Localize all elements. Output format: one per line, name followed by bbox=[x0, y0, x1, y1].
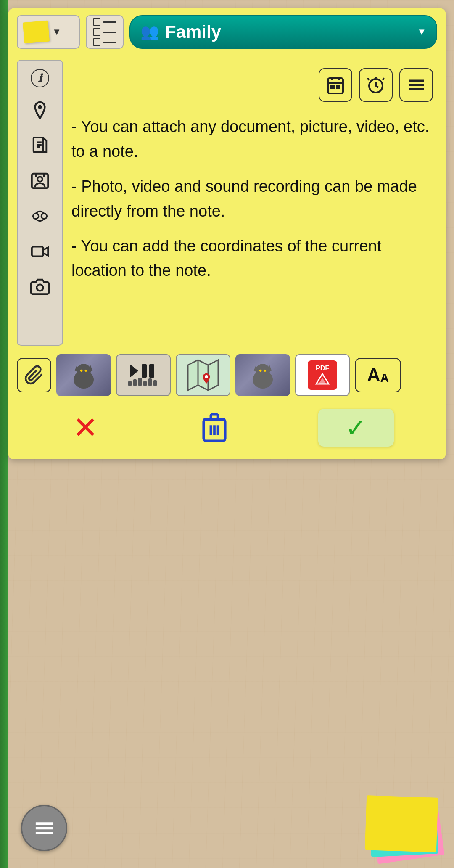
document-icon[interactable] bbox=[27, 133, 53, 158]
location-icon[interactable] bbox=[27, 98, 53, 123]
note-color-icon bbox=[23, 20, 50, 43]
note-color-button[interactable]: ▼ bbox=[17, 15, 80, 49]
svg-rect-33 bbox=[142, 364, 147, 378]
list-view-button[interactable] bbox=[86, 15, 124, 49]
alarm-button[interactable] bbox=[359, 68, 393, 102]
svg-point-30 bbox=[80, 370, 82, 372]
note-color-dropdown-arrow: ▼ bbox=[52, 26, 61, 37]
camera-icon[interactable] bbox=[27, 274, 53, 299]
pdf-icon: PDF bbox=[308, 360, 337, 390]
svg-point-45 bbox=[205, 375, 208, 378]
delete-button[interactable] bbox=[189, 409, 240, 447]
family-label: Family bbox=[165, 22, 221, 42]
svg-point-50 bbox=[259, 370, 261, 372]
note-card: ▼ 👥 Family ▼ bbox=[8, 8, 446, 459]
note-line-1: - You can attach any document, picture, … bbox=[71, 114, 433, 164]
note-line-3: - You can add the coordinates of the cur… bbox=[71, 234, 433, 283]
cancel-button[interactable]: ✕ bbox=[60, 409, 111, 447]
info-icon[interactable]: ℹ bbox=[31, 69, 49, 87]
cat-image-1 bbox=[56, 354, 111, 396]
sticky-notes-fab[interactable] bbox=[349, 775, 441, 860]
svg-rect-36 bbox=[133, 379, 137, 386]
svg-rect-11 bbox=[32, 247, 43, 257]
svg-point-12 bbox=[37, 284, 43, 291]
svg-rect-18 bbox=[337, 86, 340, 88]
svg-rect-39 bbox=[148, 378, 152, 386]
svg-rect-13 bbox=[328, 78, 343, 93]
cat-image-2 bbox=[235, 354, 290, 396]
left-green-bar bbox=[0, 0, 8, 868]
svg-marker-32 bbox=[130, 364, 138, 378]
action-icons bbox=[71, 68, 433, 102]
calendar-button[interactable] bbox=[319, 68, 352, 102]
attach-button[interactable] bbox=[17, 358, 51, 392]
svg-point-9 bbox=[33, 213, 39, 219]
list-view-icon bbox=[93, 18, 116, 46]
top-toolbar: ▼ 👥 Family ▼ bbox=[8, 8, 446, 56]
family-button[interactable]: 👥 Family ▼ bbox=[129, 15, 437, 49]
main-menu-button[interactable] bbox=[21, 805, 67, 851]
svg-point-6 bbox=[37, 177, 42, 182]
svg-rect-34 bbox=[149, 364, 154, 378]
cat-thumbnail-1[interactable] bbox=[56, 354, 111, 396]
svg-rect-17 bbox=[331, 86, 334, 88]
map-button[interactable] bbox=[176, 354, 230, 396]
sticky-yellow-layer bbox=[365, 795, 438, 852]
svg-rect-56 bbox=[211, 415, 218, 419]
svg-rect-40 bbox=[153, 380, 157, 386]
note-content: - You can attach any document, picture, … bbox=[63, 56, 446, 350]
audio-icon[interactable] bbox=[27, 204, 53, 229]
note-body: ℹ bbox=[8, 56, 446, 350]
cancel-icon: ✕ bbox=[73, 413, 98, 443]
bottom-actions: ✕ ✓ bbox=[8, 400, 446, 459]
font-size-button[interactable]: AA bbox=[355, 358, 401, 392]
sidebar-icons: ℹ bbox=[17, 60, 63, 346]
svg-point-51 bbox=[264, 370, 266, 372]
bottom-navigation bbox=[8, 805, 446, 851]
confirm-button[interactable]: ✓ bbox=[318, 409, 394, 447]
svg-line-21 bbox=[376, 86, 378, 87]
svg-rect-35 bbox=[128, 381, 132, 386]
svg-rect-38 bbox=[143, 381, 147, 386]
pdf-button[interactable]: PDF bbox=[295, 354, 350, 396]
svg-point-0 bbox=[38, 105, 42, 109]
audio-player-button[interactable] bbox=[116, 354, 171, 396]
svg-marker-41 bbox=[188, 360, 218, 390]
svg-point-31 bbox=[85, 370, 87, 372]
menu-button[interactable] bbox=[399, 68, 433, 102]
svg-rect-37 bbox=[138, 378, 142, 386]
contact-icon[interactable] bbox=[27, 168, 53, 193]
note-text: - You can attach any document, picture, … bbox=[71, 114, 433, 283]
confirm-icon: ✓ bbox=[345, 413, 367, 443]
svg-point-10 bbox=[41, 213, 47, 219]
note-line-2: - Photo, video and sound recording can b… bbox=[71, 174, 433, 224]
attachment-bar: PDF AA bbox=[8, 350, 446, 400]
family-dropdown-arrow: ▼ bbox=[417, 26, 426, 37]
font-icon: AA bbox=[367, 365, 389, 386]
cat-thumbnail-2[interactable] bbox=[235, 354, 290, 396]
family-people-icon: 👥 bbox=[140, 23, 159, 41]
video-icon[interactable] bbox=[27, 239, 53, 264]
